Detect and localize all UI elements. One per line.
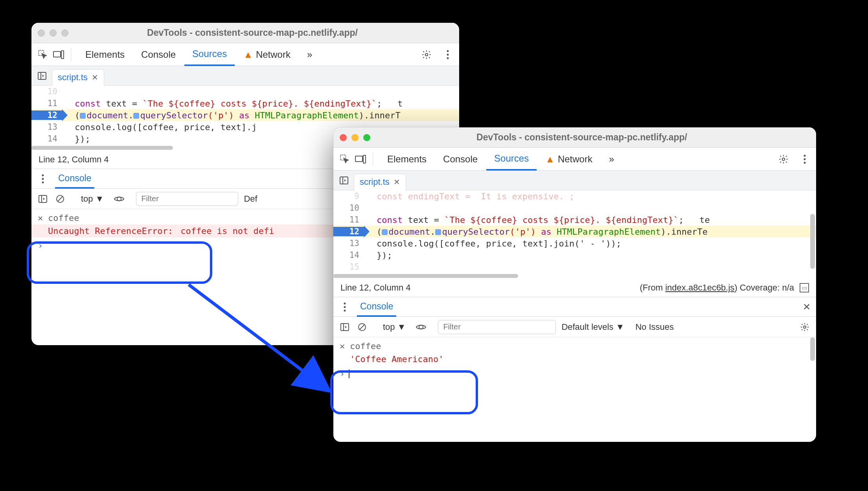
window-title: DevTools - consistent-source-map-pc.netl… (75, 28, 453, 38)
tab-sources[interactable]: Sources (184, 43, 235, 66)
tab-sources[interactable]: Sources (486, 148, 537, 171)
zoom-dot[interactable] (61, 29, 68, 37)
zoom-dot[interactable] (363, 134, 370, 141)
warning-icon: ▲ (243, 49, 253, 60)
kebab-icon[interactable] (442, 49, 454, 61)
log-levels-selector[interactable]: Default levels ▼ (561, 322, 624, 332)
live-expression-icon[interactable] (415, 321, 427, 333)
console-filter-input[interactable] (136, 192, 238, 206)
tab-network-label: Network (558, 154, 592, 165)
inspect-icon[interactable] (37, 49, 49, 61)
tab-more[interactable]: » (299, 43, 320, 66)
device-icon[interactable] (355, 153, 366, 165)
coverage-icon[interactable]: ▭ (800, 283, 809, 292)
issues-indicator[interactable]: No Issues (635, 322, 674, 332)
source-map-link[interactable]: index.a8c1ec6b.js (665, 283, 734, 292)
code-line: console.log([coffee, price, text].join('… (365, 239, 816, 248)
tab-elements[interactable]: Elements (379, 148, 434, 170)
line-number: 14 (333, 250, 365, 260)
svg-rect-12 (39, 195, 47, 202)
console-filter-input[interactable] (438, 320, 556, 334)
debugger-hint-icon[interactable] (133, 113, 139, 119)
vertical-scrollbar[interactable] (810, 337, 815, 381)
file-name: script.ts (58, 72, 88, 83)
svg-point-4 (447, 50, 449, 52)
svg-point-21 (804, 154, 806, 156)
tab-console[interactable]: Console (435, 148, 485, 170)
line-number: 11 (333, 215, 365, 224)
svg-rect-1 (53, 51, 61, 57)
svg-line-15 (58, 197, 63, 201)
device-icon[interactable] (53, 49, 64, 61)
file-tab-script[interactable]: script.ts ✕ (354, 174, 406, 190)
chevron-down-icon: ▼ (397, 322, 406, 332)
tab-console[interactable]: Console (133, 43, 184, 66)
status-bar: Line 12, Column 4 (From index.a8c1ec6b.j… (333, 278, 816, 297)
traffic-lights (38, 29, 68, 37)
debugger-hint-icon[interactable] (382, 229, 388, 235)
warning-icon: ▲ (545, 154, 555, 165)
devtools-toolbar: Elements Console Sources ▲Network » (31, 43, 459, 66)
close-drawer-icon[interactable]: ✕ (803, 302, 811, 313)
console-settings-icon[interactable] (799, 321, 811, 333)
close-dot[interactable] (340, 134, 347, 141)
chevron-down-icon: ▼ (96, 194, 104, 204)
context-selector[interactable]: top ▼ (379, 322, 410, 332)
sidebar-toggle-icon[interactable] (37, 193, 49, 205)
debugger-hint-icon[interactable] (435, 229, 441, 235)
log-levels-selector[interactable]: Def (244, 194, 257, 204)
code-line: const endingText = It is expensive. ; (365, 191, 816, 201)
drawer-tab-console[interactable]: Console (357, 298, 396, 317)
vertical-scrollbar[interactable] (810, 190, 815, 273)
error-message-tail: coffee is not defi (180, 226, 274, 236)
context-selector[interactable]: top ▼ (77, 194, 108, 204)
titlebar: DevTools - consistent-source-map-pc.netl… (31, 23, 459, 43)
clear-console-icon[interactable] (356, 321, 368, 333)
console-input-text: coffee (48, 213, 79, 223)
file-tab-strip: script.ts ✕ (31, 66, 459, 86)
svg-point-34 (804, 326, 806, 328)
tab-network[interactable]: ▲Network (537, 148, 600, 170)
line-number: 10 (333, 203, 365, 213)
tab-elements[interactable]: Elements (77, 43, 132, 66)
navigator-toggle-icon[interactable] (338, 175, 350, 186)
file-tab-script[interactable]: script.ts ✕ (52, 69, 104, 86)
kebab-icon[interactable] (339, 301, 351, 313)
titlebar: DevTools - consistent-source-map-pc.netl… (333, 127, 816, 148)
console-result-row: 'Coffee Americano' (333, 353, 816, 366)
console-prompt[interactable]: › (333, 366, 816, 382)
kebab-icon[interactable] (37, 173, 49, 185)
code-editor[interactable]: 9 const endingText = It is expensive. ; … (333, 190, 816, 278)
console-input-echo: ✕ coffee (333, 340, 816, 353)
close-icon[interactable]: ✕ (38, 213, 48, 223)
kebab-icon[interactable] (799, 153, 811, 165)
clear-console-icon[interactable] (54, 193, 66, 205)
horizontal-scrollbar[interactable] (333, 273, 816, 279)
tab-network[interactable]: ▲Network (235, 43, 298, 66)
navigator-toggle-icon[interactable] (36, 70, 48, 82)
drawer-tab-console[interactable]: Console (55, 169, 94, 189)
svg-rect-7 (38, 72, 46, 79)
close-icon[interactable]: ✕ (340, 341, 350, 351)
close-icon[interactable]: ✕ (92, 73, 98, 82)
debugger-hint-icon[interactable] (80, 113, 86, 119)
svg-point-28 (344, 309, 346, 311)
live-expression-icon[interactable] (113, 193, 125, 205)
line-number: 14 (31, 134, 63, 143)
panel-tabs: Elements Console Sources ▲Network » (77, 43, 320, 66)
svg-rect-29 (341, 324, 349, 331)
inspect-icon[interactable] (339, 153, 351, 165)
minimize-dot[interactable] (50, 29, 57, 37)
sidebar-toggle-icon[interactable] (339, 321, 351, 333)
svg-point-26 (344, 302, 346, 304)
svg-rect-19 (363, 155, 366, 163)
tab-more[interactable]: » (601, 148, 622, 170)
error-message: Uncaught ReferenceError: (48, 226, 173, 236)
settings-icon[interactable] (421, 49, 432, 61)
svg-point-23 (804, 162, 806, 164)
settings-icon[interactable] (778, 153, 789, 165)
close-dot[interactable] (38, 29, 45, 37)
code-line: }); (365, 250, 816, 260)
minimize-dot[interactable] (351, 134, 359, 141)
close-icon[interactable]: ✕ (394, 177, 400, 187)
